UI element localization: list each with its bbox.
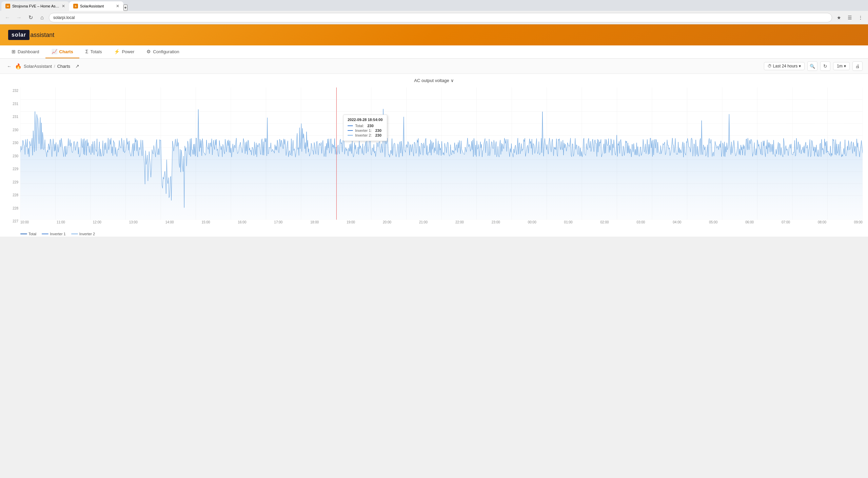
config-icon: ⚙ — [146, 49, 151, 54]
breadcrumb-bar: ← 🔥 SolarAssistant / Charts ↗ ⏱ Last 24 … — [0, 59, 868, 74]
legend-label-inv2: Inverter 2 — [79, 232, 95, 236]
address-text: solarpi.local — [53, 15, 75, 20]
tab-close-2[interactable]: ✕ — [116, 4, 119, 8]
app-header: solar assistant — [0, 24, 868, 45]
legend-inv2: Inverter 2 — [71, 232, 95, 236]
y-label-231b: 231 — [5, 115, 18, 119]
refresh-button[interactable]: ↻ — [820, 61, 830, 71]
x-axis-label: 09:00 — [854, 220, 863, 224]
breadcrumb-right: ⏱ Last 24 hours ▾ 🔍 ↻ 1m ▾ 🖨 — [764, 61, 863, 71]
x-axis-label: 22:00 — [455, 220, 464, 224]
x-axis-label: 23:00 — [492, 220, 500, 224]
x-axis-label: 01:00 — [564, 220, 573, 224]
browser-tab-bar: H Strojovna FVE – Home Assistant ✕ S Sol… — [0, 0, 868, 11]
y-label-230c: 230 — [5, 154, 18, 158]
nav-tab-totals[interactable]: Σ Totals — [79, 45, 108, 58]
nav-tab-power[interactable]: ⚡ Power — [108, 45, 140, 58]
dashboard-icon: ⊞ — [12, 49, 16, 54]
back-button[interactable]: ← — [3, 13, 12, 22]
home-icon: 🔥 — [15, 63, 22, 69]
reload-button[interactable]: ↻ — [26, 13, 35, 22]
browser-chrome: H Strojovna FVE – Home Assistant ✕ S Sol… — [0, 0, 868, 24]
legend-dot-inv2 — [71, 234, 78, 234]
y-label-229a: 229 — [5, 167, 18, 171]
power-icon: ⚡ — [114, 49, 120, 54]
tab-title-1: Strojovna FVE – Home Assistant — [12, 4, 60, 8]
nav-tab-configuration[interactable]: ⚙ Configuration — [140, 45, 185, 58]
legend-label-total: Total — [28, 232, 36, 236]
x-axis-label: 12:00 — [93, 220, 101, 224]
breadcrumb-separator: / — [54, 64, 55, 69]
y-label-229b: 229 — [5, 180, 18, 184]
logo-assistant: assistant — [30, 32, 54, 39]
extensions-button[interactable]: ☰ — [845, 13, 854, 22]
chart-title-text: AC output voltage — [414, 78, 449, 83]
browser-actions: ★ ☰ ⋮ — [834, 13, 865, 22]
x-axis-label: 05:00 — [709, 220, 717, 224]
print-button[interactable]: 🖨 — [852, 61, 863, 71]
nav-tab-dashboard-label: Dashboard — [18, 49, 39, 54]
nav-bar: ⊞ Dashboard 📈 Charts Σ Totals ⚡ Power ⚙ … — [0, 45, 868, 59]
logo-box: solar — [8, 30, 29, 40]
tab-close-1[interactable]: ✕ — [62, 4, 65, 8]
y-label-228a: 228 — [5, 193, 18, 197]
x-axis-label: 14:00 — [165, 220, 174, 224]
nav-tabs: ⊞ Dashboard 📈 Charts Σ Totals ⚡ Power ⚙ … — [5, 45, 185, 58]
nav-tab-totals-label: Totals — [90, 49, 102, 54]
zoom-in-button[interactable]: 🔍 — [807, 61, 817, 71]
share-button[interactable]: ↗ — [72, 61, 82, 71]
x-axis-label: 13:00 — [129, 220, 138, 224]
x-axis-label: 19:00 — [347, 220, 355, 224]
browser-tab-1[interactable]: H Strojovna FVE – Home Assistant ✕ — [1, 1, 69, 11]
chart-plot-area: 2022-09-28 18:54:00 Total: 230 Inverter … — [20, 87, 863, 230]
totals-icon: Σ — [85, 49, 88, 54]
breadcrumb-back-button[interactable]: ← — [5, 62, 13, 70]
x-axis-label: 10:00 — [20, 220, 29, 224]
x-axis-label: 17:00 — [274, 220, 282, 224]
legend-total: Total — [20, 232, 36, 236]
y-label-227: 227 — [5, 219, 18, 223]
x-axis-label: 08:00 — [818, 220, 826, 224]
address-bar[interactable]: solarpi.local — [49, 13, 832, 22]
y-label-230b: 230 — [5, 141, 18, 145]
chart-legend: Total Inverter 1 Inverter 2 — [5, 230, 863, 236]
nav-tab-charts-label: Charts — [59, 49, 73, 54]
x-axis-label: 06:00 — [745, 220, 754, 224]
x-axis-label: 21:00 — [419, 220, 428, 224]
new-tab-button[interactable]: + — [123, 4, 127, 11]
nav-tab-configuration-label: Configuration — [153, 49, 179, 54]
interval-dropdown-icon: ▾ — [844, 64, 846, 68]
time-range-dropdown-icon: ▾ — [799, 64, 801, 68]
time-range-button[interactable]: ⏱ Last 24 hours ▾ — [764, 62, 805, 70]
breadcrumb-home-link[interactable]: SolarAssistant — [24, 64, 52, 69]
nav-tab-dashboard[interactable]: ⊞ Dashboard — [5, 45, 45, 58]
chart-title[interactable]: AC output voltage ∨ — [414, 78, 454, 83]
clock-icon: ⏱ — [768, 64, 772, 68]
forward-button[interactable]: → — [14, 13, 24, 22]
x-axis-label: 18:00 — [310, 220, 319, 224]
browser-tab-2[interactable]: S SolarAssistant ✕ — [69, 1, 123, 11]
home-button[interactable]: ⌂ — [37, 13, 47, 22]
x-axis-labels: 10:0011:0012:0013:0014:0015:0016:0017:00… — [20, 220, 863, 224]
menu-button[interactable]: ⋮ — [856, 13, 865, 22]
logo-container: solar assistant — [8, 30, 54, 40]
tab-title-2: SolarAssistant — [80, 4, 104, 8]
nav-tab-charts[interactable]: 📈 Charts — [45, 45, 79, 58]
breadcrumb: ← 🔥 SolarAssistant / Charts ↗ — [5, 61, 82, 71]
y-label-228b: 228 — [5, 206, 18, 210]
legend-dot-inv1 — [42, 234, 48, 234]
charts-icon: 📈 — [52, 49, 57, 54]
breadcrumb-current: Charts — [57, 64, 70, 69]
bookmark-button[interactable]: ★ — [834, 13, 844, 22]
interval-button[interactable]: 1m ▾ — [833, 62, 850, 70]
x-axis-label: 02:00 — [600, 220, 609, 224]
tab-favicon-2: S — [73, 4, 78, 8]
x-axis-label: 15:00 — [202, 220, 210, 224]
chart-canvas[interactable] — [20, 87, 863, 220]
browser-toolbar: ← → ↻ ⌂ solarpi.local ★ ☰ ⋮ — [0, 11, 868, 24]
legend-label-inv1: Inverter 1 — [50, 232, 65, 236]
time-range-label: Last 24 hours — [773, 64, 798, 68]
tab-favicon-1: H — [5, 4, 10, 8]
chart-title-dropdown-icon: ∨ — [451, 78, 454, 83]
legend-dot-total — [20, 234, 27, 234]
